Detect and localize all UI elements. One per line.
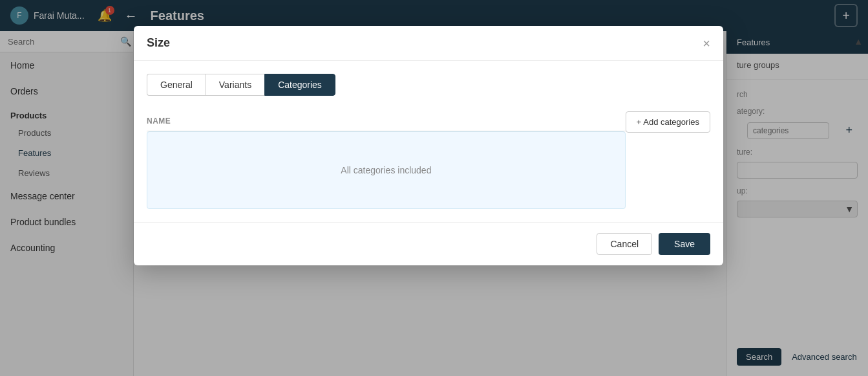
tab-general[interactable]: General bbox=[147, 74, 206, 96]
tab-categories[interactable]: Categories bbox=[264, 74, 335, 96]
categories-table-body: All categories included bbox=[147, 131, 626, 209]
tab-variants[interactable]: Variants bbox=[206, 74, 264, 96]
main-area: 🔍 Home Orders Products Products Features… bbox=[0, 31, 868, 376]
modal-tabs: General Variants Categories bbox=[147, 74, 710, 96]
size-modal: Size × General Variants Categories + Add… bbox=[134, 31, 723, 265]
save-button[interactable]: Save bbox=[659, 233, 710, 255]
modal-title: Size bbox=[147, 36, 170, 50]
modal-header: Size × bbox=[134, 31, 723, 61]
table-header: NAME bbox=[147, 111, 626, 131]
name-column-header: NAME bbox=[147, 116, 171, 126]
modal-footer: Cancel Save bbox=[134, 222, 723, 265]
modal-body: General Variants Categories + Add catego… bbox=[134, 61, 723, 222]
app-container: F Farai Muta... 🔔 1 ← Features + 🔍 Home … bbox=[0, 0, 868, 376]
modal-close-button[interactable]: × bbox=[703, 37, 710, 50]
empty-message: All categories included bbox=[341, 165, 431, 175]
cancel-button[interactable]: Cancel bbox=[597, 233, 652, 255]
add-categories-button[interactable]: + Add categories bbox=[626, 111, 710, 133]
